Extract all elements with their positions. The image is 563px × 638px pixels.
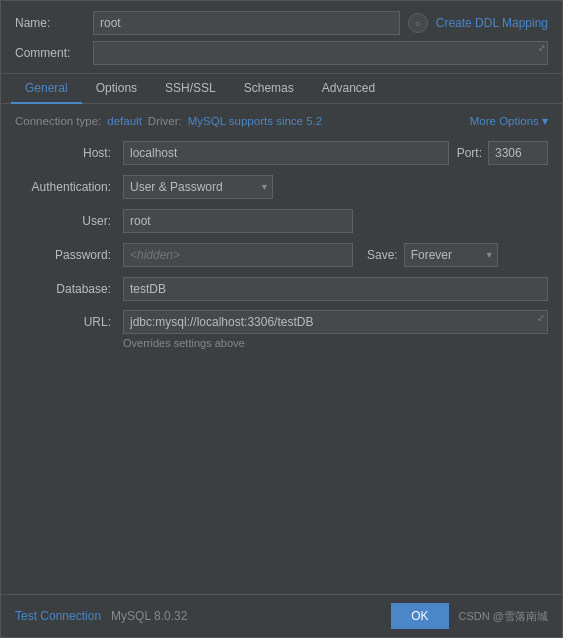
overrides-note: Overrides settings above bbox=[123, 337, 245, 349]
save-label: Save: bbox=[367, 248, 398, 262]
url-input-wrapper: ⤢ bbox=[123, 310, 548, 334]
tab-general[interactable]: General bbox=[11, 74, 82, 104]
name-input[interactable] bbox=[93, 11, 400, 35]
driver-label: Driver: bbox=[148, 115, 182, 127]
comment-wrapper: ⤢ bbox=[93, 41, 548, 65]
save-select-wrapper: Forever Until restart Never ▼ bbox=[404, 243, 498, 267]
tabs-bar: General Options SSH/SSL Schemas Advanced bbox=[1, 74, 562, 104]
auth-select[interactable]: User & Password Password No auth LDAP bbox=[123, 175, 273, 199]
database-label: Database: bbox=[15, 282, 115, 296]
port-input[interactable] bbox=[488, 141, 548, 165]
create-ddl-link[interactable]: Create DDL Mapping bbox=[436, 16, 548, 30]
content-spacer bbox=[15, 358, 548, 584]
dialog-header: Name: ○ Create DDL Mapping Comment: ⤢ bbox=[1, 1, 562, 74]
mysql-version: MySQL 8.0.32 bbox=[111, 609, 187, 623]
dialog: Name: ○ Create DDL Mapping Comment: ⤢ Ge… bbox=[0, 0, 563, 638]
port-label: Port: bbox=[457, 146, 482, 160]
driver-value: MySQL supports since 5.2 bbox=[188, 115, 322, 127]
auth-label: Authentication: bbox=[15, 180, 115, 194]
conn-type-value: default bbox=[107, 115, 142, 127]
connection-type-row: Connection type: default Driver: MySQL s… bbox=[15, 114, 548, 128]
tab-ssh-ssl[interactable]: SSH/SSL bbox=[151, 74, 230, 104]
auth-row: Authentication: User & Password Password… bbox=[15, 174, 548, 200]
tab-advanced[interactable]: Advanced bbox=[308, 74, 389, 104]
comment-expand-icon[interactable]: ⤢ bbox=[538, 43, 546, 53]
user-label: User: bbox=[15, 214, 115, 228]
test-connection-button[interactable]: Test Connection bbox=[15, 609, 101, 623]
host-row: Host: Port: bbox=[15, 140, 548, 166]
database-input[interactable] bbox=[123, 277, 548, 301]
host-input[interactable] bbox=[123, 141, 449, 165]
url-input-row: URL: ⤢ bbox=[15, 310, 548, 334]
clear-button[interactable]: ○ bbox=[408, 13, 428, 33]
password-label: Password: bbox=[15, 248, 115, 262]
port-group: Port: bbox=[457, 141, 548, 165]
tab-schemas[interactable]: Schemas bbox=[230, 74, 308, 104]
tab-content-general: Connection type: default Driver: MySQL s… bbox=[1, 104, 562, 594]
url-input[interactable] bbox=[123, 310, 548, 334]
watermark: CSDN @雪落南城 bbox=[459, 609, 548, 624]
dialog-footer: Test Connection MySQL 8.0.32 OK CSDN @雪落… bbox=[1, 594, 562, 637]
url-row: URL: ⤢ Overrides settings above bbox=[15, 310, 548, 350]
host-label: Host: bbox=[15, 146, 115, 160]
user-row: User: bbox=[15, 208, 548, 234]
database-row: Database: bbox=[15, 276, 548, 302]
comment-input[interactable] bbox=[93, 41, 548, 65]
password-row: Password: Save: Forever Until restart Ne… bbox=[15, 242, 548, 268]
auth-select-wrapper: User & Password Password No auth LDAP ▼ bbox=[123, 175, 273, 199]
comment-row: Comment: ⤢ bbox=[15, 41, 548, 65]
user-input[interactable] bbox=[123, 209, 353, 233]
ok-button[interactable]: OK bbox=[391, 603, 448, 629]
save-group: Save: Forever Until restart Never ▼ bbox=[367, 243, 498, 267]
name-label: Name: bbox=[15, 16, 85, 30]
conn-type-label: Connection type: bbox=[15, 115, 101, 127]
tab-options[interactable]: Options bbox=[82, 74, 151, 104]
overrides-note-row: Overrides settings above bbox=[15, 336, 548, 350]
save-select[interactable]: Forever Until restart Never bbox=[404, 243, 498, 267]
name-row: Name: ○ Create DDL Mapping bbox=[15, 11, 548, 35]
password-input[interactable] bbox=[123, 243, 353, 267]
url-expand-icon[interactable]: ⤢ bbox=[537, 313, 545, 323]
url-label: URL: bbox=[15, 315, 115, 329]
more-options-link[interactable]: More Options ▾ bbox=[470, 114, 548, 128]
comment-label: Comment: bbox=[15, 46, 85, 60]
